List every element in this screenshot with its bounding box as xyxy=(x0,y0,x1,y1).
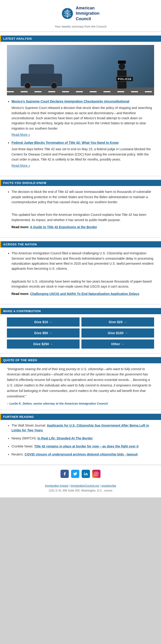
divider-2 xyxy=(0,237,161,238)
latest-analysis-header: LATEST ANALYSIS xyxy=(0,36,161,42)
further-reading-section: FURTHER READING The Wall Street Journal:… xyxy=(0,414,161,465)
linkedin-icon[interactable] xyxy=(82,470,90,478)
latest-analysis-section: LATEST ANALYSIS POLICIA M xyxy=(0,36,161,176)
twitter-icon[interactable] xyxy=(71,470,79,478)
list-item: Cronkite News: Title 42 remains in place… xyxy=(12,444,154,449)
further-link-3[interactable]: COVID closure of underground archives de… xyxy=(25,452,138,456)
facts-read-more-label: Read more: A Guide to Title 42 Expulsion… xyxy=(12,225,154,230)
quote-text: "Immigrants nearing the end of their lon… xyxy=(7,366,154,399)
contribution-section: MAKE A CONTRIBUTION Give $10 → Give $25 … xyxy=(0,308,161,353)
nation-read-more-label: Read more: Challenging USCIS and NARA To… xyxy=(12,292,154,296)
give-50-button[interactable]: Give $50 → xyxy=(7,328,79,338)
further-source-1: Newsy (WATCH): xyxy=(12,436,37,440)
tagline: Your weekly summary from the Council xyxy=(5,25,156,28)
nation-list: This American Immigration Council filed … xyxy=(7,251,154,296)
officer-head xyxy=(119,63,125,70)
email-container: American Immigration Council Your weekly… xyxy=(0,0,161,498)
divider-5 xyxy=(0,410,161,410)
give-other-button[interactable]: Other → xyxy=(82,340,154,348)
nation-body-1: This American Immigration Council filed … xyxy=(12,251,154,271)
footer-impact-link[interactable]: Immigration Impact xyxy=(45,484,68,487)
footer-unsubscribe-link[interactable]: unsubscribe xyxy=(101,484,116,487)
divider-1 xyxy=(0,176,161,176)
article-link-2[interactable]: Federal Judge Blocks Termination of Titl… xyxy=(12,141,119,144)
further-source-0: The Wall Street Journal: xyxy=(12,424,46,427)
nation-body-2: Applicants for U.S. citizenship have bee… xyxy=(12,279,154,289)
give-10-button[interactable]: Give $10 → xyxy=(7,318,79,326)
instagram-icon[interactable] xyxy=(92,470,101,478)
further-reading-list: The Wall Street Journal: Applicants for … xyxy=(7,423,154,457)
social-bar xyxy=(0,465,161,480)
email-header: American Immigration Council Your weekly… xyxy=(0,0,161,32)
svg-point-2 xyxy=(84,472,85,473)
header-divider xyxy=(0,32,161,32)
svg-rect-3 xyxy=(95,472,98,476)
social-icons xyxy=(60,470,101,478)
further-source-3: Reuters: xyxy=(12,452,24,456)
facebook-icon[interactable] xyxy=(60,470,69,478)
logo-icon xyxy=(61,8,73,20)
facts-list: The decision to block the end of Title 4… xyxy=(7,189,154,230)
nation-read-more-link[interactable]: Challenging USCIS and NARA To End Natura… xyxy=(30,292,139,296)
footer-address: 1331 G St. NW Suite 200, Washington, D.C… xyxy=(5,488,156,493)
car-wheel-left xyxy=(24,82,31,89)
car-top xyxy=(29,64,54,74)
give-100-button[interactable]: Give $100 → xyxy=(82,328,154,338)
footer-links: Immigration Impact | ImmigrationCouncil.… xyxy=(5,484,156,488)
further-reading-header: FURTHER READING xyxy=(0,414,161,420)
article-body-1: Mexico's Supreme Court released a decisi… xyxy=(12,105,154,131)
facts-read-more-link[interactable]: A Guide to Title 42 Expulsions at the Bo… xyxy=(30,225,97,229)
article-body-2: Just three days before Title 42 was set … xyxy=(12,146,154,162)
further-link-2[interactable]: Title 42 remains in place at border for … xyxy=(34,444,138,448)
divider-4 xyxy=(0,353,161,354)
facts-body-1: The decision to block the end of Title 4… xyxy=(12,189,154,204)
logo-text: American Immigration Council xyxy=(76,6,99,22)
footer: Immigration Impact | ImmigrationCouncil.… xyxy=(0,480,161,498)
divider-3 xyxy=(0,304,161,304)
car-wheel-right xyxy=(51,82,57,89)
quote-attribution: – Leslie K. Dellon, senior attorney at t… xyxy=(7,402,154,405)
article-link-1[interactable]: Mexico's Supreme Court Declares Immigrat… xyxy=(12,100,129,103)
contribution-grid: Give $10 → Give $25 → Give $50 → Give $1… xyxy=(7,318,154,348)
contribution-header: MAKE A CONTRIBUTION xyxy=(0,308,161,314)
give-250-button[interactable]: Give $250 → xyxy=(7,340,79,348)
list-item: This American Immigration Council filed … xyxy=(12,251,154,296)
hero-image: POLICIA xyxy=(7,45,154,96)
further-source-2: Cronkite News: xyxy=(12,444,33,448)
across-nation-section: ACROSS THE NATION This American Immigrat… xyxy=(0,241,161,304)
facts-header: FACTS YOU SHOULD KNOW xyxy=(0,180,161,186)
list-item: The Wall Street Journal: Applicants for … xyxy=(12,423,154,433)
road-line xyxy=(7,91,154,92)
further-link-1[interactable]: In Real Life: Stranded At The Border xyxy=(37,436,93,440)
read-more-2[interactable]: Read More » xyxy=(12,164,30,168)
policia-badge: POLICIA xyxy=(116,76,133,82)
officer-silhouette xyxy=(117,60,126,88)
list-item: Reuters: COVID closure of underground ar… xyxy=(12,452,154,457)
quote-header: QUOTE OF THE WEEK xyxy=(0,357,161,363)
give-25-button[interactable]: Give $25 → xyxy=(82,318,154,326)
list-item: The decision to block the end of Title 4… xyxy=(12,189,154,230)
list-item: Newsy (WATCH): In Real Life: Stranded At… xyxy=(12,436,154,441)
quote-section: QUOTE OF THE WEEK "Immigrants nearing th… xyxy=(0,357,161,410)
list-item: Mexico's Supreme Court Declares Immigrat… xyxy=(12,99,154,137)
facts-section: FACTS YOU SHOULD KNOW The decision to bl… xyxy=(0,180,161,237)
facts-body-2: This updated fact sheet from the America… xyxy=(12,212,154,222)
logo: American Immigration Council xyxy=(61,6,99,22)
list-item: Federal Judge Blocks Termination of Titl… xyxy=(12,140,154,168)
footer-council-link[interactable]: ImmigrationCouncil.org xyxy=(71,484,99,487)
across-nation-header: ACROSS THE NATION xyxy=(0,241,161,248)
article-list-latest: Mexico's Supreme Court Declares Immigrat… xyxy=(7,99,154,168)
read-more-1[interactable]: Read More » xyxy=(12,133,30,136)
